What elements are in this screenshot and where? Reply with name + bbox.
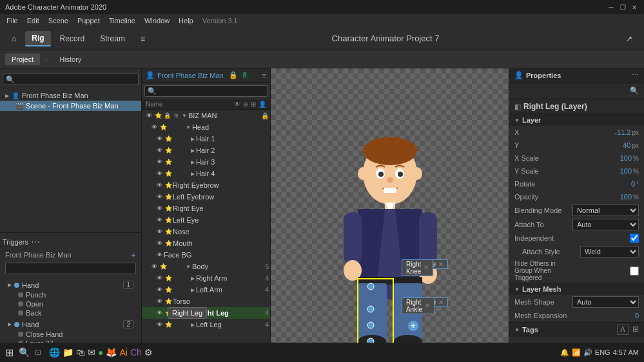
restore-button[interactable]: ❐ (618, 3, 627, 12)
taskbar-mail[interactable]: ✉ (88, 347, 95, 357)
layer-left-leg[interactable]: 👁 ⭐ ▶ Left Leg 4 (142, 319, 270, 330)
layer-left-eye[interactable]: 👁 ⭐ Left Eye (142, 214, 270, 226)
badge-right-knee-close[interactable]: ✕ (424, 264, 429, 271)
tray-notifications[interactable]: 🔔 (560, 348, 569, 357)
taskbar-ch-animator[interactable]: Ch (130, 347, 142, 357)
project-search-input[interactable] (3, 74, 139, 85)
eye-hair4[interactable]: 👁 (155, 169, 164, 178)
eye-hair2[interactable]: 👁 (155, 146, 164, 155)
lock-right-leg[interactable]: 🔒 (173, 308, 182, 317)
eye-body[interactable]: 👁 (150, 262, 159, 271)
rig-tab[interactable]: Rig (25, 31, 50, 46)
menu-edit[interactable]: Edit (23, 15, 43, 26)
eye-left-eyebrow[interactable]: 👁 (155, 192, 164, 201)
lock-biz[interactable]: 🔒 (162, 111, 171, 120)
layer-biz-man[interactable]: 👁 ⭐ 🔒 ⊞ ▼ BIZ MAN 🔒 (142, 110, 270, 121)
value-x[interactable]: -11.2 (572, 128, 630, 136)
value-x-scale[interactable]: 100 (572, 154, 632, 162)
layer-nose[interactable]: 👁 ⭐ Nose (142, 226, 270, 237)
attach-to-dropdown[interactable]: Auto (572, 219, 639, 230)
layer-section-header[interactable]: ▼ Layer (509, 114, 644, 126)
puppet-menu-icon[interactable]: ≡ (262, 72, 266, 79)
trigger-group-hand1-header[interactable]: ▶ Hand 1 (5, 279, 136, 290)
eye-right-arm[interactable]: 👁 (155, 274, 164, 283)
stream-tab[interactable]: Stream (93, 32, 132, 46)
eye-mouth[interactable]: 👁 (155, 239, 164, 248)
eye-head[interactable]: 👁 (150, 123, 159, 132)
layer-mesh-header[interactable]: ▼ Layer Mesh (509, 283, 644, 295)
taskbar-illustrator[interactable]: Ai (119, 347, 127, 357)
trigger-open[interactable]: Open (5, 299, 136, 308)
badge-draggable-1-close[interactable]: ✕ (438, 261, 444, 268)
badge-right-ankle[interactable]: Right Ankle ✕ (402, 297, 434, 314)
triggers-search-input[interactable] (5, 263, 136, 274)
triggers-dots[interactable]: ⋯ (31, 237, 40, 247)
tree-item-bizman[interactable]: ▶ 👤 Front Phase Biz Man (0, 90, 141, 101)
mesh-biz[interactable]: ⊞ (171, 111, 181, 120)
layers-icon-plus[interactable]: ⊕ (243, 101, 248, 108)
trigger-group-hand2-header[interactable]: ▶ Hand 2 (5, 319, 136, 330)
eye-face-bg[interactable]: 👁 (155, 250, 164, 259)
attach-to-select[interactable]: Auto (572, 219, 639, 230)
trigger-punch[interactable]: Punch (5, 290, 136, 299)
taskbar-task-view[interactable]: ⊡ (35, 348, 41, 357)
value-y[interactable]: 40 (572, 141, 630, 149)
canvas-area[interactable]: Draggable ✕ Right Knee ✕ Draggable ✕ Rig… (271, 68, 509, 362)
arrow-body[interactable]: ▼ (186, 264, 191, 270)
layer-face-bg[interactable]: 👁 Face BG (142, 249, 270, 261)
minimize-button[interactable]: ─ (607, 3, 616, 12)
attach-style-select[interactable]: Weld (580, 246, 639, 257)
layer-left-eyebrow[interactable]: 👁 ⭐ Left Eyebrow (142, 191, 270, 203)
tab-project[interactable]: Project (5, 54, 40, 65)
badge-right-ankle-close[interactable]: ✕ (425, 302, 430, 309)
taskbar-search[interactable]: 🔍 (19, 347, 30, 357)
eye-biz[interactable]: 👁 (144, 111, 153, 120)
layer-torso[interactable]: 👁 ⭐ Torso (142, 296, 270, 307)
layer-body[interactable]: 👁 ⭐ ▼ Body 5 (142, 261, 270, 272)
independent-checkbox[interactable] (630, 234, 639, 243)
attach-style-dropdown[interactable]: Weld (580, 246, 639, 257)
eye-torso[interactable]: 👁 (155, 297, 164, 306)
value-y-scale[interactable]: 100 (572, 167, 632, 175)
tray-volume[interactable]: 🔊 (583, 348, 592, 357)
puppet-name[interactable]: Front Phase Biz Man (157, 72, 224, 79)
hide-others-checkbox[interactable] (630, 266, 639, 276)
eye-hair3[interactable]: 👁 (155, 157, 164, 166)
layer-left-arm[interactable]: 👁 ⭐ ▶ Left Arm 4 (142, 284, 270, 296)
mesh-shape-select[interactable]: Auto (572, 296, 639, 308)
taskbar-firefox[interactable]: 🦊 (106, 347, 117, 357)
layer-right-eye[interactable]: 👁 ⭐ Right Eye (142, 203, 270, 214)
taskbar-folder[interactable]: 📁 (63, 347, 73, 357)
layers-icon-grid[interactable]: ⊞ (251, 101, 256, 108)
eye-right-leg[interactable]: 👁 (155, 308, 164, 317)
mesh-shape-dropdown[interactable]: Auto (572, 296, 639, 308)
arrow-biz[interactable]: ▼ (182, 113, 187, 119)
tab-history[interactable]: History (53, 54, 88, 65)
tray-network[interactable]: 📶 (572, 348, 581, 357)
eye-left-leg[interactable]: 👁 (155, 320, 164, 329)
taskbar-chrome[interactable]: ● (98, 347, 103, 357)
close-button[interactable]: ✕ (630, 3, 639, 12)
badge-right-knee[interactable]: Right Knee ✕ (402, 259, 433, 276)
layer-right-leg[interactable]: 👁 ⭐ 🔒 ▶ Right Leg 4 Right Leg (142, 307, 270, 319)
layer-head[interactable]: 👁 ⭐ ▼ Head (142, 121, 270, 133)
tags-icon-a[interactable]: A (617, 325, 629, 335)
tags-section-header[interactable]: ▼ Tags A ⊞ (509, 323, 644, 337)
menu-help[interactable]: Help (175, 15, 197, 26)
share-button[interactable]: ↗ (620, 32, 639, 46)
layer-hair3[interactable]: 👁 ⭐ ▶ Hair 3 (142, 156, 270, 168)
eye-nose[interactable]: 👁 (155, 227, 164, 236)
menu-scene[interactable]: Scene (44, 15, 72, 26)
taskbar-store[interactable]: 🛍 (76, 347, 85, 357)
badge-draggable-2-close[interactable]: ✕ (438, 299, 444, 306)
trigger-close-hand[interactable]: Close Hand (5, 330, 136, 339)
toolbar-menu[interactable]: ≡ (134, 32, 151, 46)
layers-icon-person[interactable]: 👤 (259, 101, 266, 108)
layer-right-eyebrow[interactable]: 👁 ⭐ Right Eyebrow (142, 179, 270, 191)
menu-puppet[interactable]: Puppet (73, 15, 104, 26)
layer-search-icon[interactable]: 🔍 (630, 86, 639, 95)
menu-file[interactable]: File (3, 15, 22, 26)
layers-search-input[interactable] (144, 85, 268, 97)
blending-mode-select[interactable]: Normal (572, 205, 639, 216)
eye-left-eye[interactable]: 👁 (155, 216, 164, 225)
